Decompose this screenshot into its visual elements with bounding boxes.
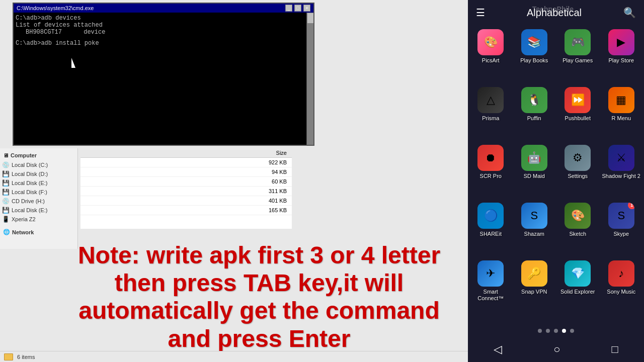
app-item-play-games[interactable]: 🎮 Play Games — [557, 29, 599, 83]
drive-label: Local Disk (D:) — [12, 171, 48, 177]
app-item-solid-explorer[interactable]: 💎 Solid Explorer — [557, 260, 599, 321]
cmd-maximize[interactable]: □ — [294, 5, 301, 12]
note-line4: and press Enter — [40, 325, 478, 352]
cmd-line-1: C:\adb>adb devices — [16, 15, 311, 22]
app-icon: 🎮 — [565, 29, 591, 55]
sidebar-drive-2[interactable]: 💾Local Disk (E:) — [0, 178, 77, 188]
sidebar-drive-1[interactable]: 💾Local Disk (D:) — [0, 169, 77, 178]
app-grid: 🎨 PicsArt 📚 Play Books 🎮 Play Games ▶ Pl… — [468, 25, 644, 325]
app-label: Pushbullet — [565, 115, 591, 122]
page-dot-4[interactable] — [570, 329, 574, 333]
page-dot-1[interactable] — [546, 329, 550, 333]
app-label: Play Games — [562, 57, 593, 64]
cmd-line-5: C:\adb>adb install poke — [16, 40, 311, 47]
status-items: 6 items — [17, 354, 35, 360]
mouse-cursor — [71, 58, 75, 68]
app-label: R Menu — [611, 115, 631, 122]
file-list-header: Size — [80, 148, 292, 158]
file-row[interactable]: 94 KB — [80, 167, 292, 177]
app-item-prisma[interactable]: △ Prisma — [470, 87, 512, 141]
search-icon[interactable]: 🔍 — [623, 7, 636, 19]
app-label: Shazam — [524, 231, 544, 237]
app-item-sony-music[interactable]: ♪ Sony Music — [601, 260, 642, 321]
app-item-pushbullet[interactable]: ⏩ Pushbullet — [557, 87, 599, 141]
file-size: 401 KB — [266, 197, 290, 204]
app-label: Sony Music — [607, 289, 635, 295]
app-label: PicsArt — [482, 57, 500, 64]
drive-icon: 💿 — [2, 198, 10, 205]
drive-label: Local Disk (E:) — [12, 207, 48, 213]
drive-icon: 📱 — [2, 216, 10, 223]
app-icon: 💎 — [565, 260, 591, 287]
app-item-play-books[interactable]: 📚 Play Books — [514, 29, 555, 83]
app-icon-glyph: 📚 — [527, 36, 541, 49]
app-item-sketch[interactable]: 🎨 Sketch — [557, 203, 599, 256]
cmd-close[interactable]: × — [303, 5, 310, 12]
app-icon-glyph: 🎨 — [571, 209, 585, 222]
file-row[interactable]: 165 KB — [80, 206, 292, 215]
app-item-shadow-fight-2[interactable]: ⚔ Shadow Fight 2 — [601, 145, 642, 199]
sidebar-drive-0[interactable]: 💿Local Disk (C:) — [0, 160, 77, 169]
app-item-scr-pro[interactable]: ⏺ SCR Pro — [470, 145, 512, 199]
app-icon: 🤖 — [521, 145, 547, 171]
app-item-r-menu[interactable]: ▦ R Menu — [601, 87, 642, 141]
sidebar-drive-6[interactable]: 📱Xperia Z2 — [0, 215, 77, 224]
app-icon-glyph: 🔑 — [527, 267, 541, 280]
app-icon: 🐧 — [521, 87, 547, 113]
sidebar-drive-5[interactable]: 💾Local Disk (E:) — [0, 206, 77, 215]
drive-icon: 💾 — [2, 179, 10, 187]
app-item-play-store[interactable]: ▶ Play Store — [601, 29, 642, 83]
cmd-scrollbar[interactable] — [306, 13, 313, 145]
app-icon: ⚔ — [608, 145, 634, 171]
note-line1: Note: write apk first 3 or 4 letter — [40, 241, 478, 269]
nav-bar: ◁ ○ □ — [468, 337, 644, 362]
page-dot-0[interactable] — [538, 329, 542, 333]
sidebar-drive-3[interactable]: 💾Local Disk (F:) — [0, 188, 77, 197]
app-item-puffin[interactable]: 🐧 Puffin — [514, 87, 555, 141]
cmd-content[interactable]: C:\adb>adb devices List of devices attac… — [14, 13, 313, 145]
file-size: 922 KB — [266, 159, 290, 166]
file-row[interactable]: 60 KB — [80, 177, 292, 187]
cmd-window: C:\Windows\system32\cmd.exe _ □ × C:\adb… — [13, 3, 314, 146]
home-button[interactable]: ○ — [549, 339, 564, 360]
app-icon: S — [521, 203, 547, 229]
hamburger-icon[interactable]: ☰ — [476, 7, 485, 19]
phone-header: ☰ Alphabetical 🔍 — [468, 0, 644, 25]
cmd-scroll-thumb[interactable] — [307, 13, 313, 23]
sidebar-drive-4[interactable]: 💿CD Drive (H:) — [0, 197, 77, 206]
page-dots — [468, 325, 644, 337]
app-item-settings[interactable]: ⚙ Settings — [557, 145, 599, 199]
app-label: Play Books — [520, 57, 548, 64]
cmd-titlebar: C:\Windows\system32\cmd.exe _ □ × — [14, 4, 313, 13]
sidebar-computer[interactable]: 🖥 Computer — [0, 150, 77, 160]
explorer-sidebar: 🖥 Computer 💿Local Disk (C:)💾Local Disk (… — [0, 148, 78, 249]
page-dot-3[interactable] — [562, 329, 566, 333]
note-line3: automatically get the command — [40, 297, 478, 324]
back-button[interactable]: ◁ — [490, 339, 506, 360]
file-row[interactable]: 311 KB — [80, 187, 292, 196]
app-item-shareit[interactable]: 🔵 SHAREit — [470, 203, 512, 256]
app-item-snap-vpn[interactable]: 🔑 Snap VPN — [514, 260, 555, 321]
app-item-skype[interactable]: S 1 Skype — [601, 203, 642, 256]
app-item-shazam[interactable]: S Shazam — [514, 203, 555, 256]
app-item-sd-maid[interactable]: 🤖 SD Maid — [514, 145, 555, 199]
app-label: Prisma — [482, 115, 499, 122]
app-label: Smart Connect™ — [470, 289, 512, 302]
app-icon: ⏺ — [477, 145, 504, 171]
app-label: SD Maid — [524, 173, 545, 179]
app-item-smart-connect™[interactable]: ✈ Smart Connect™ — [470, 260, 512, 321]
app-label: Settings — [568, 173, 588, 179]
app-icon: ▦ — [608, 87, 634, 113]
sidebar-network[interactable]: 🌐 Network — [0, 227, 77, 237]
app-icon-glyph: 🤖 — [527, 151, 541, 164]
cmd-minimize[interactable]: _ — [285, 5, 292, 12]
cmd-buttons: _ □ × — [285, 5, 310, 12]
file-list: Size 922 KB94 KB60 KB311 KB401 KB165 KB — [80, 148, 292, 229]
app-item-picsart[interactable]: 🎨 PicsArt — [470, 29, 512, 83]
app-icon-glyph: S — [530, 209, 538, 222]
recent-button[interactable]: □ — [608, 339, 622, 360]
app-icon-glyph: ⚔ — [616, 151, 626, 164]
file-row[interactable]: 401 KB — [80, 196, 292, 206]
page-dot-2[interactable] — [554, 329, 558, 333]
file-row[interactable]: 922 KB — [80, 158, 292, 167]
